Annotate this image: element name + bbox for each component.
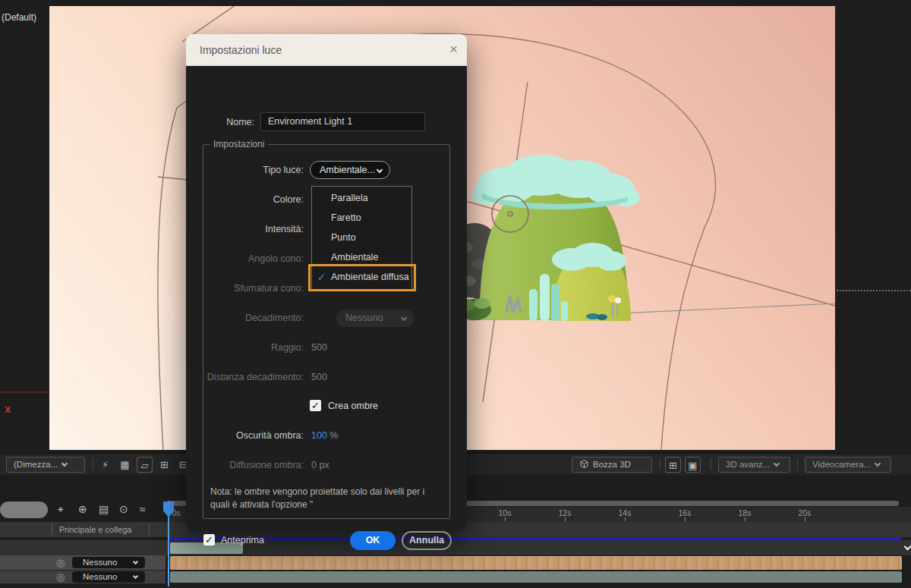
scroll-down-icon[interactable] xyxy=(900,540,910,554)
motion-path-line xyxy=(0,391,49,393)
parent-link-icon[interactable]: ⌖ xyxy=(58,503,64,516)
dialog-body: Nome: Environment Light 1 Impostazioni T… xyxy=(186,66,467,531)
parent-dropdown[interactable]: Nessuno xyxy=(72,557,145,568)
falloff-label: Decadimento: xyxy=(245,313,304,323)
chevron-down-icon xyxy=(401,315,407,321)
fast-preview-icon[interactable]: ⚡ xyxy=(97,457,113,473)
ruler-label: 14s xyxy=(619,508,632,517)
menu-item-faretto[interactable]: Faretto xyxy=(331,212,361,223)
menu-item-punto[interactable]: Punto xyxy=(331,232,356,243)
view-layout-icon[interactable]: ⊞ xyxy=(665,457,681,473)
groupbox-legend: Impostazioni xyxy=(210,139,268,149)
preview-label: Anteprima xyxy=(221,535,264,546)
intensity-label: Intensità: xyxy=(265,224,304,234)
layer-switches-icon[interactable]: ▤ xyxy=(99,503,109,515)
radius-label: Raggio: xyxy=(271,342,304,353)
shadow-diffusion-label: Diffusione ombra: xyxy=(229,460,304,470)
cancel-button[interactable]: Annulla xyxy=(402,531,452,550)
ground-plane-icon[interactable]: ▣ xyxy=(685,457,701,473)
close-icon[interactable]: × xyxy=(449,41,458,58)
parent-column-header: Principale e collega xyxy=(59,525,131,534)
shadow-note: Nota: le ombre vengono proiettate solo d… xyxy=(210,486,442,511)
color-label: Colore: xyxy=(273,194,304,205)
ruler-label: 20s xyxy=(799,508,812,517)
ok-button[interactable]: OK xyxy=(350,531,396,550)
radius-value: 500 xyxy=(311,342,327,353)
horizon-dotted-line xyxy=(837,290,911,291)
renderer-preset-label: (Default) xyxy=(2,12,36,23)
cube-lightning-icon xyxy=(579,459,589,469)
layer-row: ◎ Nessuno xyxy=(0,571,911,583)
layer-row-controls: ◎ Nessuno xyxy=(0,571,165,583)
layer-row-controls: ◎ Nessuno xyxy=(0,555,165,570)
dialog-titlebar[interactable]: Impostazioni luce × xyxy=(186,34,467,66)
pick-whip-icon[interactable]: ◎ xyxy=(56,557,65,568)
light-type-dropdown[interactable]: Ambientale... xyxy=(310,161,390,179)
layer-bar[interactable] xyxy=(170,571,902,583)
layer-row xyxy=(0,540,911,555)
cone-feather-label: Sfumatura cono: xyxy=(234,283,304,294)
ruler-label: 16s xyxy=(679,508,692,517)
camera-dropdown[interactable]: Videocamera... xyxy=(805,457,891,473)
ruler-label: 10s xyxy=(499,508,512,517)
axis-x-label: x xyxy=(5,402,11,415)
chevron-down-icon xyxy=(377,167,383,173)
menu-item-parallela[interactable]: Parallela xyxy=(331,193,368,203)
shadow-diffusion-value: 0 px xyxy=(311,460,329,470)
preview-checkbox[interactable]: ✓ xyxy=(203,534,215,546)
falloff-distance-label: Distanza decadimento: xyxy=(207,372,304,382)
transfer-controls-icon[interactable]: ⊕ xyxy=(78,503,87,515)
shadow-darkness-label: Oscurità ombra: xyxy=(236,430,304,441)
layer-bar[interactable] xyxy=(170,556,902,570)
layer-row: ◎ Nessuno xyxy=(0,555,911,571)
casts-shadows-label: Crea ombre xyxy=(328,401,378,411)
parent-dropdown[interactable]: Nessuno xyxy=(72,571,145,583)
falloff-distance-value: 500 xyxy=(311,372,327,382)
3d-renderer-dropdown[interactable]: 3D avanz... xyxy=(718,457,790,473)
region-of-interest-icon[interactable]: ▱ xyxy=(137,457,153,473)
name-label: Nome: xyxy=(226,117,254,127)
ruler-label: 12s xyxy=(559,508,572,517)
light-name-input[interactable]: Environment Light 1 xyxy=(260,112,425,131)
transparency-grid-icon[interactable]: ▦ xyxy=(117,457,133,473)
light-type-label: Tipo luce: xyxy=(263,165,304,175)
falloff-dropdown: Nessuno xyxy=(336,310,414,327)
guides-icon[interactable]: ⊞ xyxy=(156,457,172,473)
blend-mode-icon[interactable]: ⊙ xyxy=(119,503,128,515)
cone-angle-label: Angolo cono: xyxy=(248,253,304,264)
ruler-label: 18s xyxy=(739,508,752,517)
draft-3d-button[interactable]: Bozza 3D xyxy=(572,457,652,473)
light-settings-dialog: Impostazioni luce × Nome: Environment Li… xyxy=(186,34,467,531)
dialog-title: Impostazioni luce xyxy=(200,44,282,56)
casts-shadows-checkbox[interactable]: ✓ xyxy=(310,400,321,411)
magnification-dropdown[interactable]: (Dimezza... xyxy=(6,457,85,473)
timeline-nav-thumb[interactable] xyxy=(0,502,48,518)
selection-highlight-box xyxy=(308,264,416,291)
graph-editor-icon[interactable]: ≈ xyxy=(140,503,146,515)
menu-item-ambientale[interactable]: Ambientale xyxy=(331,252,379,263)
shadow-darkness-value[interactable]: 100 % xyxy=(311,430,338,441)
after-effects-window: (Default) x xyxy=(0,0,911,588)
pick-whip-icon[interactable]: ◎ xyxy=(56,571,65,583)
